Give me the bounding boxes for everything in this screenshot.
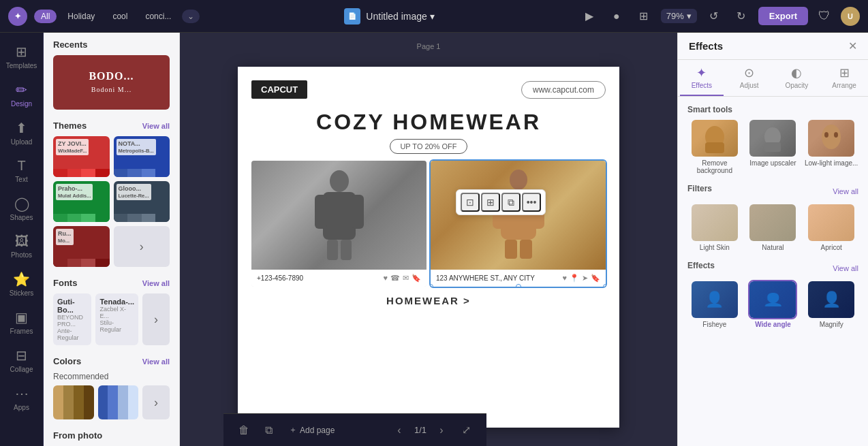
emoji-btn[interactable]: ●	[606, 6, 627, 27]
recents-grid: BODO...Bodoni M...	[53, 55, 170, 110]
filter-light-skin[interactable]: Light Skin	[687, 204, 742, 251]
zoom-control[interactable]: 79% ▾	[661, 9, 697, 23]
sidebar-item-upload[interactable]: ⬆ Upload	[3, 114, 41, 151]
theme-item[interactable]: Ru...Mo...	[53, 226, 110, 267]
font-sub2: Ante-Regular	[57, 328, 87, 341]
bookmark-icon: 🔖	[412, 274, 421, 283]
app-logo[interactable]: ✦	[8, 7, 27, 26]
upscaler-preview	[749, 120, 796, 157]
play-btn[interactable]: ▶	[579, 6, 600, 27]
export-button[interactable]: Export	[758, 7, 808, 25]
opacity-tab-icon: ◐	[791, 65, 802, 80]
theme-item[interactable]: Praho-...Mulat Addis...	[53, 181, 110, 222]
tag-cool[interactable]: cool	[106, 10, 134, 23]
sidebar-item-stickers[interactable]: ⭐ Stickers	[3, 266, 41, 302]
filter-apricot[interactable]: Apricot	[804, 204, 858, 251]
sidebar-item-collage[interactable]: ⊟ Collage	[3, 342, 41, 379]
canvas-wrapper[interactable]: CAPCUT www.capcut.com COZY HOMEWEAR UP T…	[238, 67, 619, 428]
sidebar-item-apps[interactable]: ⋯ Apps	[3, 380, 41, 417]
filter-natural[interactable]: Natural	[746, 204, 801, 251]
canvas-image-card-right[interactable]: 123 ANYWHERE ST., ANY CITY ♥ 📍 ➤ 🔖	[431, 161, 606, 287]
float-toolbar-more-btn[interactable]: •••	[522, 193, 541, 212]
undo-btn[interactable]: ↺	[704, 6, 724, 27]
float-toolbar-grid-btn[interactable]: ⊞	[481, 193, 500, 212]
effect-fisheye[interactable]: 👤 Fisheye	[687, 281, 742, 328]
themes-grid: ZY JOVI...WixMadeF... NOTA...Metropolis-…	[53, 136, 170, 267]
sidebar-item-templates[interactable]: ⊞ Templates	[3, 38, 41, 75]
font-item[interactable]: Tenada-... Zacbel X-E... Stilu-Regular	[95, 293, 138, 345]
float-toolbar-resize-btn[interactable]: ⊡	[461, 193, 480, 212]
canvas-image-card-left[interactable]: +123-456-7890 ♥ ☎ ✉ 🔖	[251, 161, 427, 287]
fonts-more-btn[interactable]: ›	[142, 293, 170, 345]
copy-page-btn[interactable]: ⧉	[259, 421, 278, 440]
sel-handle-br[interactable]	[603, 284, 606, 287]
sidebar-item-text[interactable]: T Text	[3, 153, 41, 189]
right-panel-close-btn[interactable]: ✕	[848, 39, 857, 52]
colors-view-all[interactable]: View all	[142, 357, 170, 366]
sel-handle-bm[interactable]	[516, 284, 521, 287]
next-page-btn[interactable]: ›	[432, 421, 451, 440]
canvas-img-gray	[251, 161, 427, 270]
doc-dropdown-icon[interactable]: ▾	[430, 11, 435, 22]
effect-magnify[interactable]: 👤 Magnify	[804, 281, 858, 328]
color-palette[interactable]	[98, 385, 139, 419]
tab-effects[interactable]: ✦ Effects	[680, 60, 724, 96]
canvas-footer[interactable]: HOMEWEAR >	[386, 295, 471, 306]
tags-more-btn[interactable]: ⌄	[182, 10, 200, 23]
smart-tool-remove-bg[interactable]: Remove background	[687, 120, 742, 174]
color-palette[interactable]	[53, 385, 94, 419]
themes-view-all[interactable]: View all	[142, 122, 170, 130]
sidebar-item-frames[interactable]: ▣ Frames	[3, 304, 41, 340]
fonts-view-all[interactable]: View all	[142, 279, 170, 287]
fisheye-preview: 👤	[692, 281, 738, 318]
svg-point-16	[822, 125, 841, 149]
layout-btn[interactable]: ⊞	[634, 6, 654, 27]
filters-section-row: Filters View all	[687, 184, 858, 199]
filter-thumb-apricot	[808, 204, 854, 241]
redo-btn[interactable]: ↻	[731, 6, 751, 27]
filter-thumb-light-skin	[692, 204, 738, 241]
delete-page-btn[interactable]: 🗑	[234, 421, 253, 440]
tag-all[interactable]: All	[34, 10, 57, 23]
tab-arrange[interactable]: ⊞ Arrange	[822, 60, 866, 96]
canvas-title[interactable]: COZY HOMEWEAR	[316, 110, 541, 135]
theme-item[interactable]: NOTA...Metropolis-B...	[114, 136, 170, 177]
lowlight-preview	[808, 120, 854, 157]
add-page-btn[interactable]: ＋ Add page	[283, 421, 340, 439]
effects-view-all[interactable]: View all	[833, 264, 858, 272]
page-counter: 1/1	[414, 425, 427, 435]
effect-wide-angle[interactable]: 👤 Wide angle	[746, 281, 801, 328]
float-toolbar-copy-btn[interactable]: ⧉	[501, 193, 521, 212]
main-area: ⊞ Templates ✏ Design ⬆ Upload T Text ◯ S…	[0, 33, 868, 446]
sidebar-item-photos[interactable]: 🖼 Photos	[3, 228, 41, 264]
theme-item[interactable]: ZY JOVI...WixMadeF...	[53, 136, 110, 177]
from-photo-title: From photo	[53, 430, 170, 441]
tag-holiday[interactable]: Holiday	[61, 10, 102, 23]
filters-view-all[interactable]: View all	[833, 187, 858, 195]
canvas-logo-btn[interactable]: CAPCUT	[251, 80, 307, 99]
tab-opacity[interactable]: ◐ Opacity	[775, 60, 818, 96]
theme-item[interactable]: Glooo...Lucette-Re...	[114, 181, 170, 222]
sidebar-item-design[interactable]: ✏ Design	[3, 76, 41, 113]
sidebar-item-shapes[interactable]: ◯ Shapes	[3, 190, 41, 227]
prev-page-btn[interactable]: ‹	[390, 421, 409, 440]
tab-adjust[interactable]: ⊙ Adjust	[728, 60, 771, 96]
recents-title: Recents	[53, 39, 170, 50]
colors-more-btn[interactable]: ›	[142, 385, 170, 419]
expand-view-btn[interactable]: ⤢	[456, 421, 476, 440]
canvas-badge[interactable]: UP TO 20% OFF	[390, 139, 467, 154]
frames-icon: ▣	[15, 309, 28, 325]
logo-icon: ✦	[14, 12, 21, 21]
canvas-right-caption-text: 123 ANYWHERE ST., ANY CITY	[436, 274, 535, 282]
smart-tool-upscaler[interactable]: Image upscaler	[746, 120, 801, 174]
effects-tab-icon: ✦	[696, 65, 707, 80]
recent-item[interactable]: BODO...Bodoni M...	[53, 55, 170, 110]
smart-tool-lowlight[interactable]: Low-light image...	[804, 120, 858, 174]
user-avatar[interactable]: U	[841, 7, 860, 26]
font-item[interactable]: Guti-Bo... BEYOND PRO... Ante-Regular	[53, 293, 91, 345]
tag-conci[interactable]: conci...	[138, 10, 178, 23]
doc-title[interactable]: Untitled image ▾	[366, 11, 435, 22]
themes-more-btn[interactable]: ›	[114, 226, 170, 267]
smart-tools-grid: Remove background Image upscaler	[687, 120, 858, 174]
shield-icon[interactable]: 🛡	[815, 7, 834, 26]
